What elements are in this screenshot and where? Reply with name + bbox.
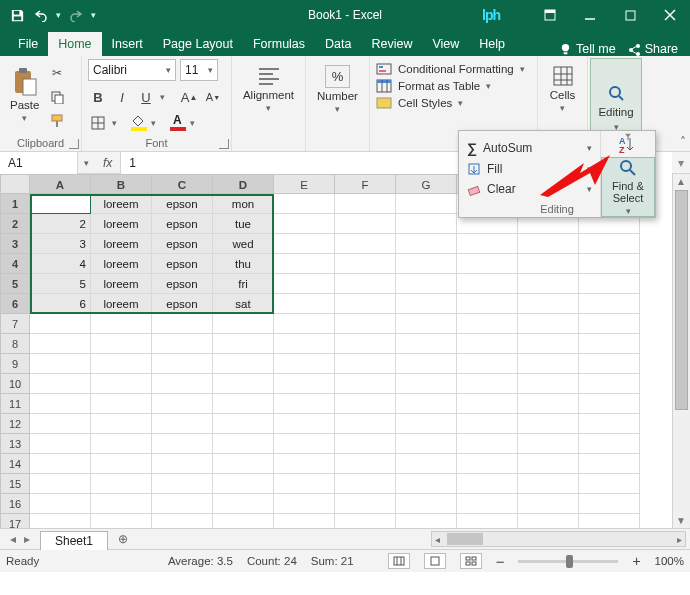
- cell[interactable]: mon: [213, 194, 274, 214]
- cell[interactable]: [213, 314, 274, 334]
- cell[interactable]: [457, 414, 518, 434]
- cell[interactable]: [30, 514, 91, 528]
- cell[interactable]: [274, 334, 335, 354]
- cell[interactable]: [396, 254, 457, 274]
- cell[interactable]: [274, 434, 335, 454]
- cell[interactable]: [335, 214, 396, 234]
- horizontal-scrollbar[interactable]: ◂ ▸: [431, 531, 686, 547]
- cell[interactable]: [396, 214, 457, 234]
- cell[interactable]: [335, 254, 396, 274]
- cell[interactable]: [396, 474, 457, 494]
- cell[interactable]: [457, 434, 518, 454]
- cell[interactable]: [457, 514, 518, 528]
- cell[interactable]: 6: [30, 294, 91, 314]
- cell[interactable]: [274, 494, 335, 514]
- vertical-scrollbar[interactable]: ▲ ▼: [672, 174, 690, 528]
- cell[interactable]: [335, 494, 396, 514]
- cell[interactable]: [335, 374, 396, 394]
- expand-formula-bar-icon[interactable]: ▾: [672, 156, 690, 170]
- zoom-percent[interactable]: 100%: [655, 555, 684, 567]
- cell[interactable]: 5: [30, 274, 91, 294]
- paste-button[interactable]: Paste ▾: [6, 65, 43, 125]
- cell[interactable]: epson: [152, 234, 213, 254]
- name-box-dropdown-icon[interactable]: ▾: [84, 158, 89, 168]
- cell[interactable]: epson: [152, 254, 213, 274]
- cell[interactable]: loreem: [91, 274, 152, 294]
- font-color-dropdown-icon[interactable]: ▾: [190, 118, 195, 128]
- undo-icon[interactable]: [32, 6, 50, 24]
- cell[interactable]: [274, 394, 335, 414]
- cell[interactable]: [213, 474, 274, 494]
- tab-data[interactable]: Data: [315, 32, 361, 56]
- row-header[interactable]: 2: [0, 214, 30, 234]
- fill-color-dropdown-icon[interactable]: ▾: [151, 118, 156, 128]
- cell[interactable]: [396, 334, 457, 354]
- cell[interactable]: loreem: [91, 194, 152, 214]
- cell[interactable]: [579, 494, 640, 514]
- maximize-button[interactable]: [610, 0, 650, 30]
- cell[interactable]: [274, 374, 335, 394]
- column-header[interactable]: A: [30, 174, 91, 194]
- shrink-font-icon[interactable]: A▼: [203, 87, 223, 107]
- cell[interactable]: [335, 474, 396, 494]
- cell[interactable]: [335, 434, 396, 454]
- column-header[interactable]: C: [152, 174, 213, 194]
- select-all-corner[interactable]: [0, 174, 30, 194]
- cell[interactable]: [274, 194, 335, 214]
- scroll-down-icon[interactable]: ▼: [676, 515, 686, 526]
- font-size-combo[interactable]: 11▾: [180, 59, 218, 81]
- row-header[interactable]: 1: [0, 194, 30, 214]
- cell[interactable]: [30, 414, 91, 434]
- cell[interactable]: [518, 274, 579, 294]
- cell[interactable]: [152, 334, 213, 354]
- row-header[interactable]: 13: [0, 434, 30, 454]
- tab-formulas[interactable]: Formulas: [243, 32, 315, 56]
- row-header[interactable]: 9: [0, 354, 30, 374]
- row-header[interactable]: 8: [0, 334, 30, 354]
- cell[interactable]: [579, 314, 640, 334]
- cell[interactable]: [335, 294, 396, 314]
- cell[interactable]: [579, 234, 640, 254]
- cell[interactable]: [396, 314, 457, 334]
- cell[interactable]: [91, 354, 152, 374]
- cell[interactable]: [30, 374, 91, 394]
- row-header[interactable]: 17: [0, 514, 30, 528]
- cell[interactable]: [579, 414, 640, 434]
- cell[interactable]: [518, 374, 579, 394]
- cell[interactable]: [579, 254, 640, 274]
- cell[interactable]: [396, 194, 457, 214]
- cell[interactable]: 4: [30, 254, 91, 274]
- cell[interactable]: [213, 434, 274, 454]
- vertical-scroll-thumb[interactable]: [675, 190, 688, 410]
- cell[interactable]: [335, 354, 396, 374]
- view-page-layout-icon[interactable]: [424, 553, 446, 569]
- cell[interactable]: [518, 294, 579, 314]
- cell[interactable]: [152, 494, 213, 514]
- row-header[interactable]: 11: [0, 394, 30, 414]
- tab-view[interactable]: View: [422, 32, 469, 56]
- cell[interactable]: [213, 494, 274, 514]
- scroll-right-icon[interactable]: ▸: [674, 534, 685, 545]
- underline-dropdown-icon[interactable]: ▾: [160, 92, 165, 102]
- cell[interactable]: [274, 234, 335, 254]
- row-header[interactable]: 15: [0, 474, 30, 494]
- cell[interactable]: [518, 454, 579, 474]
- cell[interactable]: [91, 434, 152, 454]
- sort-filter-button[interactable]: AZ: [601, 131, 655, 157]
- tab-insert[interactable]: Insert: [102, 32, 153, 56]
- zoom-out-button[interactable]: −: [496, 553, 505, 570]
- cell[interactable]: [213, 514, 274, 528]
- cut-icon[interactable]: ✂: [47, 63, 67, 83]
- cell[interactable]: [396, 274, 457, 294]
- cell[interactable]: [579, 474, 640, 494]
- cell[interactable]: [457, 254, 518, 274]
- cell[interactable]: [579, 334, 640, 354]
- cell[interactable]: [518, 254, 579, 274]
- cell[interactable]: [518, 434, 579, 454]
- cell[interactable]: loreem: [91, 254, 152, 274]
- cell[interactable]: [91, 474, 152, 494]
- cell[interactable]: [274, 214, 335, 234]
- horizontal-scroll-thumb[interactable]: [447, 533, 483, 545]
- format-as-table-button[interactable]: Format as Table▾: [376, 79, 531, 93]
- view-page-break-icon[interactable]: [460, 553, 482, 569]
